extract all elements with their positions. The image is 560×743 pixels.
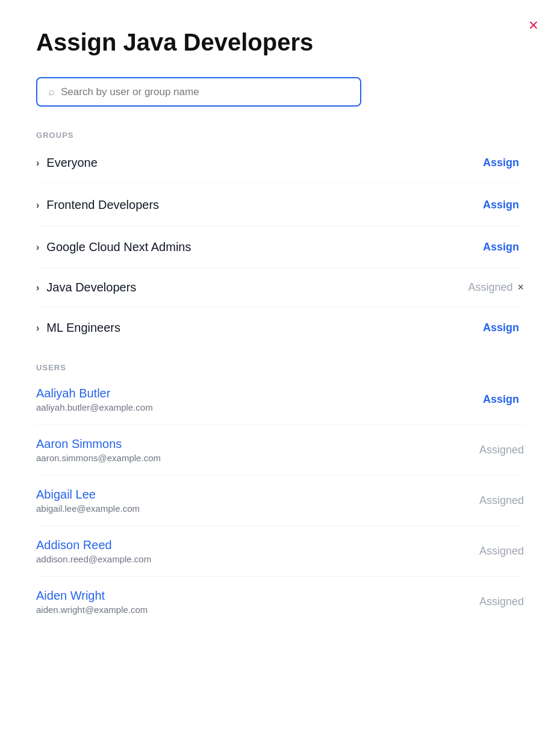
group-list-item: ›EveryoneAssign [36, 142, 524, 184]
user-assigned-label: Assigned [479, 444, 524, 456]
groups-list: ›EveryoneAssign›Frontend DevelopersAssig… [36, 142, 524, 349]
user-name: Addison Reed [36, 538, 151, 552]
close-button[interactable]: × [526, 14, 541, 36]
scrollable-list: GROUPS ›EveryoneAssign›Frontend Develope… [36, 131, 536, 627]
modal-container: × Assign Java Developers ⌕ GROUPS ›Every… [0, 0, 560, 743]
user-name: Aaron Simmons [36, 437, 161, 451]
assigned-label: Assigned [468, 281, 512, 294]
user-name: Abigail Lee [36, 488, 140, 502]
users-label: USERS [36, 363, 524, 372]
user-list-item: Aiden Wrightaiden.wright@example.comAssi… [36, 577, 524, 627]
user-email: addison.reed@example.com [36, 554, 151, 564]
group-name: Frontend Developers [46, 198, 159, 212]
chevron-right-icon: › [36, 158, 39, 169]
user-email: aaliyah.butler@example.com [36, 402, 153, 412]
unassign-button[interactable]: × [517, 281, 524, 294]
user-email: aaron.simmons@example.com [36, 453, 161, 463]
assign-button[interactable]: Assign [478, 196, 524, 214]
user-assigned-label: Assigned [479, 545, 524, 558]
user-list-item: Addison Reedaddison.reed@example.comAssi… [36, 526, 524, 577]
chevron-right-icon: › [36, 282, 39, 293]
user-assigned-label: Assigned [479, 494, 524, 507]
user-list-item: Aaron Simmonsaaron.simmons@example.comAs… [36, 425, 524, 476]
user-assigned-badge: Assigned [479, 444, 524, 456]
chevron-right-icon: › [36, 323, 39, 334]
assign-user-button[interactable]: Assign [478, 391, 524, 408]
groups-section: GROUPS ›EveryoneAssign›Frontend Develope… [36, 131, 524, 349]
user-name: Aaliyah Butler [36, 387, 153, 400]
assign-button[interactable]: Assign [478, 154, 524, 172]
page-title: Assign Java Developers [36, 29, 524, 55]
search-wrapper: ⌕ [36, 77, 361, 107]
assign-button[interactable]: Assign [478, 319, 524, 337]
user-list-item: Aaliyah Butleraaliyah.butler@example.com… [36, 375, 524, 425]
user-assigned-badge: Assigned [479, 545, 524, 558]
user-email: abigail.lee@example.com [36, 503, 140, 514]
search-icon: ⌕ [48, 85, 55, 98]
group-name: Google Cloud Next Admins [46, 240, 191, 254]
user-assigned-badge: Assigned [479, 595, 524, 608]
group-list-item: ›ML EngineersAssign [36, 307, 524, 349]
user-email: aiden.wright@example.com [36, 605, 148, 615]
assigned-badge: Assigned× [468, 281, 524, 294]
group-list-item: ›Java DevelopersAssigned× [36, 269, 524, 307]
user-list-item: Abigail Leeabigail.lee@example.comAssign… [36, 476, 524, 526]
users-list: Aaliyah Butleraaliyah.butler@example.com… [36, 375, 524, 627]
users-section: USERS Aaliyah Butleraaliyah.butler@examp… [36, 363, 524, 627]
user-name: Aiden Wright [36, 589, 148, 603]
groups-label: GROUPS [36, 131, 524, 140]
search-input[interactable] [61, 86, 349, 98]
chevron-right-icon: › [36, 200, 39, 211]
group-name: ML Engineers [46, 321, 120, 335]
chevron-right-icon: › [36, 242, 39, 253]
user-assigned-label: Assigned [479, 595, 524, 608]
search-container: ⌕ [36, 77, 524, 107]
assign-button[interactable]: Assign [478, 238, 524, 256]
user-assigned-badge: Assigned [479, 494, 524, 507]
group-name: Everyone [46, 156, 98, 170]
group-list-item: ›Frontend DevelopersAssign [36, 184, 524, 226]
group-list-item: ›Google Cloud Next AdminsAssign [36, 226, 524, 269]
group-name: Java Developers [46, 281, 136, 294]
